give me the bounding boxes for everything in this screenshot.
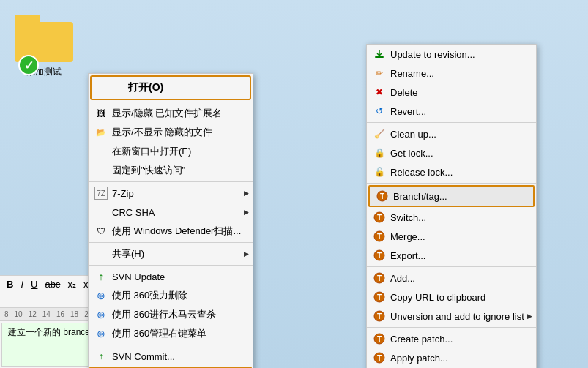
menu-item-branch-tag[interactable]: T Branch/tag... xyxy=(368,185,535,207)
menu-item-pin-quick[interactable]: 固定到"快速访问" xyxy=(89,161,253,180)
context-menu-tortoisesvn: Update to revision... ✏ Rename... ✖ Dele… xyxy=(366,44,537,368)
menu-pin-quick-label: 固定到"快速访问" xyxy=(112,164,241,177)
separator-4 xyxy=(89,265,253,266)
menu-item-switch[interactable]: T Switch... xyxy=(367,208,536,227)
360-trojan-icon: ⊛ xyxy=(94,308,108,321)
menu-open-label: 打开(O) xyxy=(128,81,238,94)
strikethrough-button[interactable]: abc xyxy=(42,278,62,290)
menu-branch-tag-label: Branch/tag... xyxy=(393,191,521,202)
menu-svn-update-label: SVN Update xyxy=(112,271,241,282)
desktop: ✓ 添加测试 打开(O) 🖼 显示/隐藏 已知文件扩展名 📂 显示/不显示 隐藏… xyxy=(0,0,588,368)
get-lock-icon: 🔒 xyxy=(373,146,386,159)
360-delete-icon: ⊛ xyxy=(94,289,108,302)
menu-item-create-patch[interactable]: T Create patch... xyxy=(367,329,536,348)
svg-text:T: T xyxy=(377,354,382,362)
ruler-mark: 10 xyxy=(15,310,23,318)
branch-tag-icon: T xyxy=(376,189,389,203)
menu-item-cleanup[interactable]: 🧹 Clean up... xyxy=(367,124,536,143)
menu-360-delete-label: 使用 360强力删除 xyxy=(112,289,241,302)
menu-create-patch-label: Create patch... xyxy=(390,334,524,345)
svg-text:T: T xyxy=(377,214,382,222)
menu-open-new-win-label: 在新窗口中打开(E) xyxy=(112,145,241,158)
separator-r2 xyxy=(367,183,536,184)
menu-item-crc[interactable]: CRC SHA xyxy=(89,203,253,222)
menu-item-copy-url[interactable]: T Copy URL to clipboard xyxy=(367,288,536,307)
menu-item-360-trojan[interactable]: ⊛ 使用 360进行木马云查杀 xyxy=(89,305,253,324)
menu-item-revert[interactable]: ↺ Revert... xyxy=(367,102,536,121)
menu-show-hidden-label: 显示/不显示 隐藏的文件 xyxy=(112,126,241,139)
menu-item-show-hidden[interactable]: 📂 显示/不显示 隐藏的文件 xyxy=(89,123,253,142)
menu-item-share[interactable]: 共享(H) xyxy=(89,244,253,263)
folder-icon[interactable]: ✓ xyxy=(15,15,73,62)
menu-item-update-revision[interactable]: Update to revision... xyxy=(367,45,536,64)
share-icon xyxy=(94,247,108,260)
delete-icon: ✖ xyxy=(373,86,386,99)
menu-item-open[interactable]: 打开(O) xyxy=(90,75,251,100)
svg-text:T: T xyxy=(377,293,382,301)
separator-2 xyxy=(89,181,253,182)
svg-text:T: T xyxy=(377,312,382,320)
menu-7zip-label: 7-Zip xyxy=(112,188,241,199)
menu-item-7zip[interactable]: 7Z 7-Zip xyxy=(89,184,253,203)
update-revision-icon xyxy=(373,48,386,61)
svg-rect-2 xyxy=(375,56,384,58)
menu-defender-label: 使用 Windows Defender扫描... xyxy=(112,225,241,238)
italic-button[interactable]: I xyxy=(18,278,26,290)
menu-item-add[interactable]: T Add... xyxy=(367,269,536,288)
separator-1 xyxy=(89,102,253,102)
menu-item-open-new-win[interactable]: 在新窗口中打开(E) xyxy=(89,142,253,161)
show-hidden-icon: 📂 xyxy=(94,126,108,139)
7zip-icon: 7Z xyxy=(94,187,108,200)
ruler-mark: 14 xyxy=(42,310,51,318)
menu-item-release-lock[interactable]: 🔓 Release lock... xyxy=(367,162,536,181)
menu-item-svn-update[interactable]: ↑ SVN Update xyxy=(89,267,253,286)
bold-button[interactable]: B xyxy=(4,278,15,290)
menu-merge-label: Merge... xyxy=(390,231,524,242)
menu-item-apply-patch[interactable]: T Apply patch... xyxy=(367,348,536,367)
underline-button[interactable]: U xyxy=(29,278,40,290)
menu-360-menu-label: 使用 360管理右键菜单 xyxy=(112,327,241,340)
menu-item-merge[interactable]: T Merge... xyxy=(367,227,536,246)
merge-icon: T xyxy=(373,230,386,243)
menu-add-label: Add... xyxy=(390,273,524,284)
svg-text:T: T xyxy=(380,192,384,200)
svg-text:T: T xyxy=(377,335,382,343)
menu-item-360-menu[interactable]: ⊛ 使用 360管理右键菜单 xyxy=(89,324,253,343)
menu-item-show-ext[interactable]: 🖼 显示/隐藏 已知文件扩展名 xyxy=(89,104,253,123)
menu-item-rename[interactable]: ✏ Rename... xyxy=(367,64,536,83)
ruler-mark: 16 xyxy=(56,310,64,318)
svg-text:T: T xyxy=(377,233,382,241)
menu-item-defender[interactable]: 🛡 使用 Windows Defender扫描... xyxy=(89,222,253,241)
menu-item-export[interactable]: T Export... xyxy=(367,246,536,265)
menu-item-delete[interactable]: ✖ Delete xyxy=(367,83,536,102)
menu-rename-label: Rename... xyxy=(390,68,524,79)
menu-export-label: Export... xyxy=(390,250,524,261)
crc-icon xyxy=(94,206,108,219)
subscript-button[interactable]: x₂ xyxy=(65,278,78,290)
show-ext-icon: 🖼 xyxy=(94,107,108,120)
defender-icon: 🛡 xyxy=(94,225,108,238)
menu-crc-label: CRC SHA xyxy=(112,207,241,218)
menu-item-unversion[interactable]: T Unversion and add to ignore list xyxy=(367,307,536,326)
menu-apply-patch-label: Apply patch... xyxy=(390,353,524,364)
menu-update-revision-label: Update to revision... xyxy=(390,49,524,60)
menu-get-lock-label: Get lock... xyxy=(390,148,524,159)
add-icon: T xyxy=(373,271,386,285)
menu-copy-url-label: Copy URL to clipboard xyxy=(390,292,524,303)
menu-switch-label: Switch... xyxy=(390,212,524,223)
menu-delete-label: Delete xyxy=(390,87,524,98)
menu-share-label: 共享(H) xyxy=(112,247,241,260)
separator-r4 xyxy=(367,327,536,328)
release-lock-icon: 🔓 xyxy=(373,165,386,179)
ruler-mark: 12 xyxy=(29,310,37,318)
menu-item-svn-commit[interactable]: ↑ SVN Commit... xyxy=(89,347,253,366)
menu-unversion-label: Unversion and add to ignore list xyxy=(390,311,524,322)
menu-item-get-lock[interactable]: 🔒 Get lock... xyxy=(367,143,536,162)
separator-r1 xyxy=(367,122,536,123)
rename-icon: ✏ xyxy=(373,67,386,80)
revert-icon: ↺ xyxy=(373,105,386,118)
menu-item-360-delete[interactable]: ⊛ 使用 360强力删除 xyxy=(89,286,253,305)
ruler-mark: 18 xyxy=(70,310,78,318)
folder-area: ✓ 添加测试 xyxy=(15,15,73,78)
separator-5 xyxy=(89,345,253,345)
